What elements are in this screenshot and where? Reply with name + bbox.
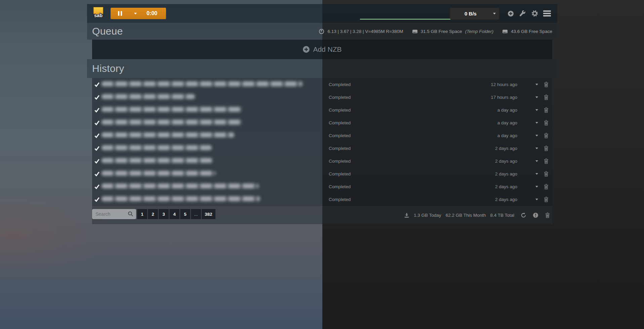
completed-check-icon (92, 159, 102, 164)
history-row: Completed 2 days ago (92, 155, 552, 167)
queue-stats: 6.13 | 3.67 | 3.28 | V=4985M R=380M 31.5… (319, 29, 552, 34)
completed-check-icon (92, 108, 102, 113)
total-alltime: 8.4 TB Total (490, 213, 514, 218)
trash-icon (544, 133, 549, 138)
info-button[interactable] (533, 212, 538, 218)
row-delete-button[interactable] (540, 82, 552, 87)
download-name-redacted (102, 171, 216, 176)
trash-icon (544, 171, 549, 177)
history-row: Completed 2 days ago (92, 167, 552, 180)
menu-hamburger-button[interactable] (541, 7, 553, 19)
hdd-icon (412, 29, 418, 34)
row-dropdown-caret[interactable] (521, 122, 540, 124)
row-dropdown-caret[interactable] (521, 148, 540, 149)
sabnzbd-logo[interactable]: sab (92, 6, 105, 21)
download-icon (404, 213, 409, 218)
history-table: Completed 12 hours ago Completed 17 hour… (92, 78, 552, 206)
add-nzb-dropzone[interactable]: Add NZB (92, 40, 552, 59)
history-pagination: 12345...382 (137, 209, 215, 219)
age-label: 2 days ago (468, 146, 521, 151)
row-delete-button[interactable] (540, 133, 552, 138)
page-button-4[interactable]: 4 (169, 209, 179, 219)
wrench-icon (520, 10, 526, 16)
download-name-redacted (102, 158, 213, 163)
pause-dropdown-caret-icon[interactable] (129, 13, 142, 14)
queue-title: Queue (92, 26, 123, 37)
status-wrench-button[interactable] (517, 7, 529, 19)
trash-icon (544, 146, 549, 151)
completed-check-icon (92, 95, 102, 100)
download-name-redacted (102, 145, 212, 150)
age-label: a day ago (468, 133, 521, 138)
total-month: 62.2 GB This Month (446, 213, 486, 218)
row-delete-button[interactable] (540, 146, 552, 151)
page-button-5[interactable]: 5 (180, 209, 190, 219)
page-button-2[interactable]: 2 (148, 209, 158, 219)
menu-icon (543, 10, 551, 16)
trash-icon (544, 184, 549, 190)
row-delete-button[interactable] (540, 158, 552, 164)
info-icon (533, 212, 538, 218)
row-delete-button[interactable] (540, 171, 552, 177)
row-delete-button[interactable] (540, 184, 552, 190)
temp-free-space: 31.5 GB Free Space (421, 29, 462, 34)
speed-sparkline (360, 19, 452, 19)
age-label: 2 days ago (468, 184, 521, 189)
trash-icon (545, 212, 550, 218)
age-label: 2 days ago (468, 197, 521, 202)
trash-icon (544, 94, 549, 100)
pause-timer-button-group[interactable]: 0:00 (111, 8, 166, 19)
row-delete-button[interactable] (540, 197, 552, 202)
status-label: Completed (329, 146, 468, 151)
row-dropdown-caret[interactable] (521, 160, 540, 162)
history-row: Completed 2 days ago (92, 142, 552, 155)
row-dropdown-caret[interactable] (521, 96, 540, 98)
top-navbar: sab 0:00 0 B/s (87, 4, 557, 23)
trash-icon (544, 158, 549, 164)
speed-limit-button[interactable]: 0 B/s (450, 8, 499, 19)
page-button-3[interactable]: 3 (159, 209, 169, 219)
history-row: Completed 2 days ago (92, 193, 552, 206)
settings-gear-button[interactable] (529, 7, 541, 19)
pause-timer-value: 0:00 (142, 10, 166, 16)
purge-history-button[interactable] (545, 212, 550, 218)
age-label: 2 days ago (468, 159, 521, 164)
row-dropdown-caret[interactable] (521, 84, 540, 85)
row-dropdown-caret[interactable] (521, 173, 540, 175)
status-label: Completed (329, 82, 468, 87)
page-button-382[interactable]: 382 (202, 209, 215, 219)
page-button-1[interactable]: 1 (137, 209, 147, 219)
row-delete-button[interactable] (540, 94, 552, 100)
completed-check-icon (92, 133, 102, 138)
age-label: a day ago (468, 108, 521, 113)
speed-value: 0 B/s (465, 11, 477, 16)
download-name-redacted (102, 120, 242, 125)
status-label: Completed (329, 108, 468, 113)
row-dropdown-caret[interactable] (521, 186, 540, 188)
age-label: 12 hours ago (468, 82, 521, 87)
refresh-button[interactable] (521, 212, 526, 218)
completed-check-icon (92, 197, 102, 202)
download-name-redacted (102, 132, 234, 137)
completed-check-icon (92, 146, 102, 151)
history-row: Completed 17 hours ago (92, 91, 552, 104)
row-dropdown-caret[interactable] (521, 135, 540, 136)
download-name-redacted (102, 107, 242, 112)
refresh-icon (521, 212, 526, 218)
download-name-redacted (102, 94, 195, 99)
server-scores: 6.13 | 3.67 | 3.28 | V=4985M R=380M (327, 29, 403, 34)
page-ellipsis[interactable]: ... (191, 209, 201, 219)
row-delete-button[interactable] (540, 107, 552, 113)
add-nzb-icon-button[interactable] (505, 7, 517, 19)
pause-icon[interactable] (111, 11, 129, 16)
queue-section-header: Queue 6.13 | 3.67 | 3.28 | V=4985M R=380… (87, 23, 557, 40)
history-search-input[interactable] (92, 209, 136, 219)
row-dropdown-caret[interactable] (521, 109, 540, 111)
completed-check-icon (92, 82, 102, 87)
status-label: Completed (329, 159, 468, 164)
row-dropdown-caret[interactable] (521, 199, 540, 200)
caret-down-icon (493, 13, 496, 14)
age-label: 2 days ago (468, 171, 521, 176)
row-delete-button[interactable] (540, 120, 552, 126)
age-label: 17 hours ago (468, 95, 521, 100)
